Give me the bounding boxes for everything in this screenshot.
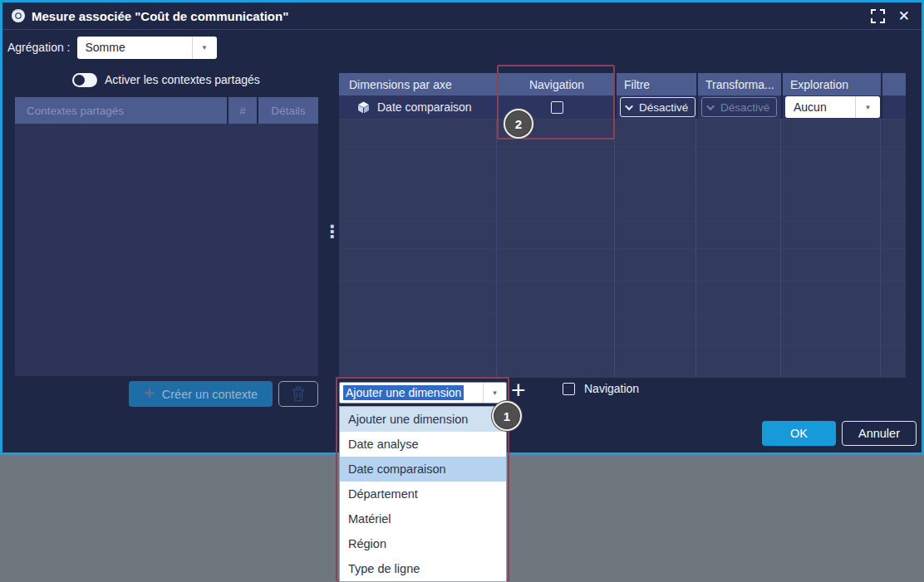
navigation-option-row: Navigation bbox=[563, 382, 639, 395]
column-divider bbox=[614, 119, 615, 378]
dropdown-option[interactable]: Type de ligne bbox=[340, 556, 506, 581]
dropdown-option[interactable]: Département bbox=[340, 482, 506, 506]
cancel-button[interactable]: Annuler bbox=[842, 421, 917, 446]
add-dimension-dropdown-list: Ajouter une dimension Date analyse Date … bbox=[339, 406, 507, 582]
chevron-down-icon bbox=[625, 102, 633, 110]
dimension-name: Date comparaison bbox=[377, 100, 472, 114]
dropdown-option[interactable]: Date analyse bbox=[340, 432, 506, 457]
add-dimension-combobox[interactable]: Ajouter une dimension ▼ bbox=[339, 382, 507, 403]
panel-drag-handle-icon[interactable]: ⋮ bbox=[323, 223, 341, 240]
annotation-step-2-circle: 2 bbox=[504, 109, 533, 139]
exploration-cell: Aucun ▼ bbox=[781, 95, 881, 119]
create-context-label: Créer un contexte bbox=[162, 388, 258, 401]
dropdown-option[interactable]: Matériel bbox=[340, 506, 506, 531]
dimension-name-cell: Date comparaison bbox=[339, 95, 497, 119]
dropdown-arrow-icon[interactable]: ▼ bbox=[483, 383, 506, 403]
cube-icon bbox=[356, 100, 371, 115]
dropdown-arrow-icon: ▼ bbox=[855, 96, 880, 118]
column-header-filtre: Filtre bbox=[615, 73, 696, 95]
navigation-checkbox[interactable] bbox=[563, 383, 575, 395]
plus-icon: + bbox=[511, 376, 526, 403]
column-divider bbox=[780, 119, 781, 378]
window-buttons: ✕ bbox=[871, 2, 910, 30]
add-dimension-button[interactable]: + bbox=[511, 377, 526, 403]
column-header-count: # bbox=[227, 97, 257, 124]
create-context-button[interactable]: + Créer un contexte bbox=[129, 381, 273, 407]
shared-contexts-table: Contextes partagés # Détails bbox=[15, 97, 318, 376]
column-divider bbox=[880, 119, 881, 378]
chevron-down-icon bbox=[706, 102, 715, 110]
column-divider bbox=[496, 119, 497, 378]
annotation-step-1-circle: 1 bbox=[492, 401, 522, 431]
column-header-transformation: Transforma... bbox=[696, 73, 781, 95]
shared-contexts-table-header: Contextes partagés # Détails bbox=[15, 97, 318, 124]
shared-contexts-toggle-row: Activer les contextes partagés bbox=[72, 71, 260, 89]
measure-dialog: Mesure associée "Coût de communication" … bbox=[0, 0, 924, 455]
dropdown-option[interactable]: Ajouter une dimension bbox=[340, 407, 506, 432]
column-header-details: Détails bbox=[257, 97, 318, 124]
filtre-cell: Désactivé bbox=[615, 95, 696, 119]
column-header-dimensions: Dimensions par axe bbox=[339, 73, 497, 95]
app-logo-icon bbox=[11, 8, 26, 23]
column-divider bbox=[695, 119, 696, 378]
add-dimension-value: Ajouter une dimension bbox=[343, 385, 464, 400]
empty-cell bbox=[881, 95, 906, 119]
dialog-titlebar: Mesure associée "Coût de communication" … bbox=[2, 2, 922, 30]
maximize-icon[interactable] bbox=[871, 9, 885, 23]
dimensions-table: Dimensions par axe Navigation Filtre Tra… bbox=[339, 73, 906, 378]
transformation-value: Désactivé bbox=[720, 101, 769, 114]
filtre-dropdown-button[interactable]: Désactivé bbox=[620, 97, 695, 117]
ok-button[interactable]: OK bbox=[762, 421, 836, 446]
trash-icon bbox=[292, 386, 305, 402]
column-header-empty bbox=[881, 73, 906, 95]
close-icon[interactable]: ✕ bbox=[898, 9, 910, 23]
toggle-knob bbox=[74, 75, 85, 86]
row-navigation-checkbox[interactable] bbox=[551, 101, 563, 114]
column-header-contextes: Contextes partagés bbox=[15, 97, 227, 124]
shared-contexts-toggle[interactable] bbox=[72, 73, 97, 87]
aggregation-label: Agrégation : bbox=[7, 41, 71, 54]
dimensions-table-body bbox=[339, 119, 906, 378]
navigation-checkbox-label: Navigation bbox=[584, 382, 639, 395]
aggregation-value: Somme bbox=[77, 41, 192, 54]
filtre-value: Désactivé bbox=[639, 101, 688, 114]
delete-context-button[interactable] bbox=[278, 381, 318, 407]
dropdown-arrow-icon: ▼ bbox=[192, 37, 217, 59]
column-header-exploration: Exploration bbox=[781, 73, 881, 95]
dimensions-table-header: Dimensions par axe Navigation Filtre Tra… bbox=[339, 73, 906, 95]
shared-contexts-toggle-label: Activer les contextes partagés bbox=[105, 73, 260, 86]
transformation-cell: Désactivé bbox=[696, 95, 781, 119]
aggregation-row: Agrégation : Somme ▼ bbox=[7, 32, 217, 62]
transformation-dropdown-button: Désactivé bbox=[701, 97, 777, 117]
shared-contexts-table-body bbox=[15, 124, 318, 376]
dropdown-option[interactable]: Région bbox=[340, 531, 506, 556]
dialog-title: Mesure associée "Coût de communication" bbox=[32, 9, 288, 23]
dropdown-option[interactable]: Date comparaison bbox=[340, 457, 506, 482]
screen: Mesure associée "Coût de communication" … bbox=[0, 0, 924, 582]
aggregation-select[interactable]: Somme ▼ bbox=[77, 37, 217, 59]
plus-icon: + bbox=[144, 384, 155, 403]
exploration-select[interactable]: Aucun ▼ bbox=[785, 96, 880, 118]
dimension-row-date-comparaison[interactable]: Date comparaison Désactivé Désactivé bbox=[339, 95, 906, 119]
column-header-navigation: Navigation bbox=[497, 73, 615, 95]
exploration-value: Aucun bbox=[785, 100, 855, 114]
